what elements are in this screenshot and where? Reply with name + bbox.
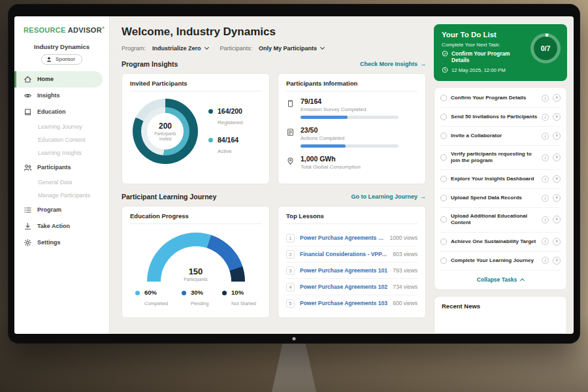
checkbox-icon[interactable] (440, 257, 447, 264)
todo-next-task-label: Confirm Your Program Details (451, 50, 527, 63)
info-icon[interactable]: i (542, 257, 549, 264)
legend-item-registered: 164/200Registered (208, 107, 243, 127)
checkbox-icon[interactable] (440, 95, 447, 101)
task-row[interactable]: Send 50 Invitations to Participants i › (440, 108, 561, 127)
sidebar-item-label: Manage Participants (38, 192, 90, 199)
sidebar-item-education-content[interactable]: Education Content (14, 133, 109, 146)
sidebar-item-participants[interactable]: Participants (14, 159, 109, 176)
chevron-right-icon[interactable]: › (553, 194, 561, 202)
education-gauge: 150 Participants (147, 233, 245, 282)
legend-item-active: 84/164Active (208, 136, 243, 155)
right-rail: Your To Do List Complete Your Next Task:… (434, 16, 574, 334)
card-title: Education Progress (130, 212, 261, 224)
task-row[interactable]: Complete Your Learning Journey i › (440, 252, 561, 270)
metric-value: 23/50 (301, 126, 399, 134)
checkbox-icon[interactable] (440, 195, 447, 201)
info-icon[interactable]: i (542, 195, 549, 202)
info-icon[interactable]: i (542, 114, 549, 121)
task-row[interactable]: Upload Spend Data Records i › (440, 189, 561, 208)
chevron-right-icon[interactable]: › (553, 154, 561, 161)
chevron-right-icon[interactable]: › (553, 132, 561, 140)
sidebar-item-home[interactable]: Home (14, 71, 103, 88)
info-icon[interactable]: i (542, 238, 549, 245)
todo-next-task: Confirm Your Program Details (442, 50, 527, 63)
sidebar-item-settings[interactable]: Settings (14, 235, 109, 251)
todo-due: 12 May 2025, 12:00 PM (442, 67, 527, 73)
sidebar-item-take-action[interactable]: Take Action (14, 218, 109, 235)
sidebar-item-learning-journey[interactable]: Learning Journey (14, 120, 109, 133)
chevron-right-icon[interactable]: › (553, 257, 561, 265)
info-icon[interactable]: i (542, 133, 549, 140)
checkbox-icon[interactable] (440, 216, 447, 223)
chevron-right-icon[interactable]: › (553, 175, 561, 183)
checkbox-icon[interactable] (440, 154, 447, 161)
info-icon[interactable]: i (542, 176, 549, 183)
sidebar-item-label: Participants (37, 164, 71, 171)
task-row[interactable]: Explore Your Insights Dashboard i › (440, 170, 561, 189)
task-row[interactable]: Upload Additional Educational Content i … (440, 208, 561, 232)
sidebar-item-manage-participants[interactable]: Manage Participants (14, 189, 109, 202)
go-to-learning-journey-link[interactable]: Go to Learning Journey → (351, 193, 426, 200)
task-row[interactable]: Invite a Collaborator i › (440, 127, 561, 146)
checkbox-icon[interactable] (440, 114, 447, 120)
chevron-right-icon[interactable]: › (553, 238, 561, 246)
legend-value: 84/164 (218, 136, 238, 144)
sidebar-item-education[interactable]: Education (14, 104, 109, 120)
task-label: Achieve One Sustainability Target (451, 238, 538, 245)
card-title: Top Lessons (286, 212, 417, 224)
checkbox-icon[interactable] (440, 238, 447, 245)
info-icon[interactable]: i (542, 95, 549, 102)
legend-item-pending: 30%Pending (182, 289, 209, 308)
check-circle-icon (442, 50, 448, 57)
task-row[interactable]: Confirm Your Program Details i › (440, 89, 561, 108)
chevron-right-icon[interactable]: › (553, 113, 561, 121)
program-select[interactable]: Industrialize Zero (152, 45, 208, 52)
lesson-link[interactable]: Power Purchase Agreements 101 (300, 267, 387, 274)
info-icon[interactable]: i (542, 216, 549, 223)
donut-center-label: Participants Invited (150, 131, 180, 141)
sidebar-item-label: Program (37, 206, 61, 213)
sidebar-item-insights[interactable]: Insights (14, 88, 109, 104)
legend-dot (208, 138, 213, 142)
sidebar-item-program[interactable]: Program (14, 202, 109, 218)
lesson-link[interactable]: Power Purchase Agreements 102 (300, 284, 387, 290)
info-row-actions: 23/50 Actions Completed (286, 126, 417, 148)
checkbox-icon[interactable] (440, 133, 447, 139)
invited-body: 200 Participants Invited 164/200Register… (130, 97, 261, 165)
task-label: Verify participants requesting to join t… (451, 151, 538, 164)
lesson-link[interactable]: Power Purchase Agreements 103 (300, 300, 387, 306)
task-row[interactable]: Achieve One Sustainability Target i › (440, 233, 561, 252)
sidebar-item-general-data[interactable]: General Data (14, 176, 109, 189)
dashboard-screen: RESOURCE ADVISOR+ Industry Dynamics Spon… (14, 16, 574, 334)
metric-label: Emission Survey Completed (301, 106, 399, 112)
lesson-link[interactable]: Power Purchase Agreements 101 (300, 235, 384, 241)
gauge-legend: 60%Completed 30%Pending 10%Not Started (130, 282, 261, 308)
lesson-rank: 3 (286, 267, 295, 275)
sidebar-item-label: Education (37, 108, 66, 115)
card-title: Participants Information (286, 80, 417, 91)
chevron-right-icon[interactable]: › (553, 216, 561, 223)
list-icon (24, 206, 32, 214)
legend-label: Registered (218, 120, 243, 125)
lesson-link[interactable]: Financial Considerations - VPPAs (300, 251, 387, 257)
sponsor-badge[interactable]: Sponsor (41, 54, 82, 65)
section-title: Program Insights (122, 60, 178, 68)
gauge-center-value: 150 (147, 267, 245, 276)
main-content: Welcome, Industry Dynamics Program: Indu… (110, 16, 434, 334)
task-row[interactable]: Verify participants requesting to join t… (440, 146, 561, 170)
chevron-right-icon[interactable]: › (553, 94, 561, 102)
recent-news-title: Recent News (442, 302, 559, 310)
lesson-views: 793 views (393, 267, 417, 274)
invited-donut-center: 200 Participants Invited (147, 113, 184, 150)
sidebar-item-learning-insights[interactable]: Learning Insights (14, 146, 109, 159)
task-label: Upload Additional Educational Content (451, 213, 538, 226)
lesson-rank: 4 (286, 283, 295, 291)
download-icon (24, 222, 32, 231)
checkbox-icon[interactable] (440, 176, 447, 182)
participants-select[interactable]: Only My Participants (259, 45, 324, 52)
info-icon[interactable]: i (542, 154, 549, 161)
collapse-tasks-link[interactable]: Collapse Tasks (440, 270, 561, 288)
legend-dot (208, 109, 213, 114)
legend-label: Pending (191, 301, 209, 306)
check-more-insights-link[interactable]: Check More Insights → (360, 61, 426, 67)
